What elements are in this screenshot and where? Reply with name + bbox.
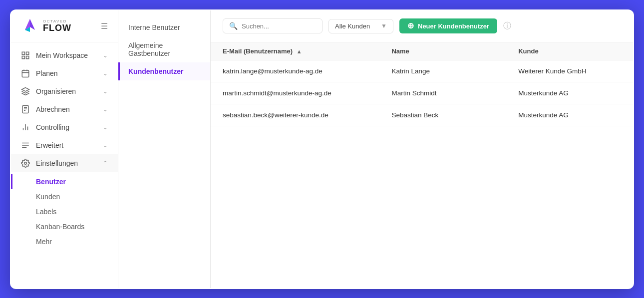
svg-point-22 — [24, 162, 27, 164]
chevron-down-2-icon: ⌄ — [103, 88, 108, 95]
hamburger-icon[interactable]: ☰ — [101, 21, 108, 31]
sub-nav-mehr[interactable]: Mehr — [11, 234, 118, 249]
sidebar-nav: Mein Workspace ⌄ Planen ⌄ Organisieren ⌄… — [11, 42, 118, 288]
col-kunde-label: Kunde — [518, 47, 538, 55]
settings-icon — [21, 159, 30, 168]
workspace-icon — [21, 51, 30, 60]
sub-nav-benutzer-label: Benutzer — [36, 178, 66, 186]
second-panel-kundenbenutzer[interactable]: Kundenbenutzer — [118, 62, 210, 80]
col-header-kunde[interactable]: Kunde — [506, 42, 633, 60]
cell-email-2: sebastian.beck@weiterer-kunde.de — [211, 104, 379, 126]
logo-icon — [21, 17, 39, 35]
filter-chevron-icon: ▼ — [381, 22, 387, 29]
sidebar-item-organisieren[interactable]: Organisieren ⌄ — [11, 82, 118, 100]
second-panel: Interne Benutzer Allgemeine Gastbenutzer… — [118, 10, 211, 288]
second-panel-interne-benutzer[interactable]: Interne Benutzer — [118, 18, 210, 36]
logo: OCTAVED FLOW — [21, 17, 71, 35]
sidebar-item-erweitert[interactable]: Erweitert ⌄ — [11, 136, 118, 154]
col-header-email[interactable]: E-Mail (Benutzername) ▲ — [211, 42, 379, 60]
table-row[interactable]: martin.schmidt@musterkunde-ag.de Martin … — [211, 82, 633, 104]
search-input[interactable] — [242, 22, 316, 30]
new-user-button[interactable]: ⊕ Neuer Kundenbenutzer — [399, 18, 497, 33]
chevron-down-4-icon: ⌄ — [103, 124, 108, 131]
table-row[interactable]: sebastian.beck@weiterer-kunde.de Sebasti… — [211, 104, 633, 126]
chevron-up-icon: ⌃ — [103, 160, 108, 167]
invoice-icon — [21, 105, 30, 114]
search-icon: 🔍 — [229, 22, 238, 30]
sub-nav-labels[interactable]: Labels — [11, 204, 118, 219]
sidebar-item-controlling[interactable]: Controlling ⌄ — [11, 118, 118, 136]
col-name-label: Name — [391, 47, 409, 55]
sub-nav-kunden[interactable]: Kunden — [11, 189, 118, 204]
einstellungen-sub-nav: Benutzer Kunden Labels Kanban-Boards Meh… — [11, 172, 118, 251]
sidebar-item-einstellungen[interactable]: Einstellungen ⌃ — [11, 154, 118, 172]
cell-kunde-0: Weiterer Kunde GmbH — [506, 60, 633, 82]
sidebar-item-organisieren-label: Organisieren — [36, 87, 97, 95]
main-content: 🔍 Alle Kunden ▼ ⊕ Neuer Kundenbenutzer ⓘ… — [211, 10, 633, 288]
calendar-icon — [21, 69, 30, 78]
cell-name-2: Sebastian Beck — [379, 104, 506, 126]
filter-label: Alle Kunden — [335, 22, 370, 30]
new-user-label: Neuer Kundenbenutzer — [418, 22, 489, 30]
table-body: katrin.lange@musterkunde-ag.de Katrin La… — [211, 60, 633, 126]
cell-kunde-2: Musterkunde AG — [506, 104, 633, 126]
cell-name-0: Katrin Lange — [379, 60, 506, 82]
sub-nav-kunden-label: Kunden — [36, 193, 60, 201]
help-icon[interactable]: ⓘ — [503, 21, 511, 31]
search-box[interactable]: 🔍 — [223, 18, 322, 33]
users-table: E-Mail (Benutzername) ▲ Name Kunde katri… — [211, 42, 633, 126]
cell-email-0: katrin.lange@musterkunde-ag.de — [211, 60, 379, 82]
chevron-right-icon: ⌄ — [103, 70, 108, 77]
table-header: E-Mail (Benutzername) ▲ Name Kunde — [211, 42, 633, 60]
svg-rect-5 — [22, 56, 24, 58]
table-row[interactable]: katrin.lange@musterkunde-ag.de Katrin La… — [211, 60, 633, 82]
cell-name-1: Martin Schmidt — [379, 82, 506, 104]
chevron-down-icon: ⌄ — [103, 52, 108, 59]
sort-asc-icon: ▲ — [297, 48, 302, 54]
menu-alt-icon — [21, 141, 30, 150]
sidebar-item-abrechnen-label: Abrechnen — [36, 105, 97, 113]
second-panel-allgemeine-gastbenutzer[interactable]: Allgemeine Gastbenutzer — [118, 36, 210, 62]
layers-icon — [21, 87, 30, 96]
sidebar-item-einstellungen-label: Einstellungen — [36, 159, 97, 167]
kundenbenutzer-label: Kundenbenutzer — [128, 67, 183, 75]
sidebar: OCTAVED FLOW ☰ Mein Workspace ⌄ Planen ⌄ — [11, 10, 118, 288]
filter-select[interactable]: Alle Kunden ▼ — [328, 19, 393, 33]
main-toolbar: 🔍 Alle Kunden ▼ ⊕ Neuer Kundenbenutzer ⓘ — [211, 10, 633, 42]
cell-email-1: martin.schmidt@musterkunde-ag.de — [211, 82, 379, 104]
sub-nav-mehr-label: Mehr — [36, 238, 52, 246]
svg-rect-3 — [22, 52, 24, 54]
sidebar-item-planen[interactable]: Planen ⌄ — [11, 64, 118, 82]
table-container: E-Mail (Benutzername) ▲ Name Kunde katri… — [211, 42, 633, 288]
svg-rect-7 — [22, 70, 29, 77]
logo-area: OCTAVED FLOW ☰ — [11, 10, 118, 42]
svg-rect-6 — [26, 56, 29, 58]
cell-kunde-1: Musterkunde AG — [506, 82, 633, 104]
chevron-down-5-icon: ⌄ — [103, 142, 108, 149]
sidebar-item-controlling-label: Controlling — [36, 123, 97, 131]
sidebar-item-mein-workspace-label: Mein Workspace — [36, 51, 97, 59]
svg-rect-4 — [26, 52, 29, 54]
sidebar-item-abrechnen[interactable]: Abrechnen ⌄ — [11, 100, 118, 118]
bar-chart-icon — [21, 123, 30, 132]
sidebar-item-erweitert-label: Erweitert — [36, 141, 97, 149]
chevron-down-3-icon: ⌄ — [103, 106, 108, 113]
sidebar-item-mein-workspace[interactable]: Mein Workspace ⌄ — [11, 46, 118, 64]
logo-text: OCTAVED FLOW — [43, 19, 71, 32]
logo-flow: FLOW — [43, 23, 71, 32]
sidebar-item-planen-label: Planen — [36, 69, 97, 77]
plus-circle-icon: ⊕ — [407, 22, 414, 30]
app-window: OCTAVED FLOW ☰ Mein Workspace ⌄ Planen ⌄ — [10, 9, 634, 289]
sub-nav-benutzer[interactable]: Benutzer — [11, 174, 118, 189]
sub-nav-kanban-boards[interactable]: Kanban-Boards — [11, 219, 118, 234]
sub-nav-kanban-boards-label: Kanban-Boards — [36, 223, 84, 231]
sub-nav-labels-label: Labels — [36, 208, 56, 216]
svg-marker-11 — [22, 87, 29, 91]
col-email-label: E-Mail (Benutzername) — [223, 47, 293, 55]
col-header-name[interactable]: Name — [379, 42, 506, 60]
allgemeine-gastbenutzer-label: Allgemeine Gastbenutzer — [128, 41, 170, 57]
interne-benutzer-label: Interne Benutzer — [128, 23, 180, 31]
